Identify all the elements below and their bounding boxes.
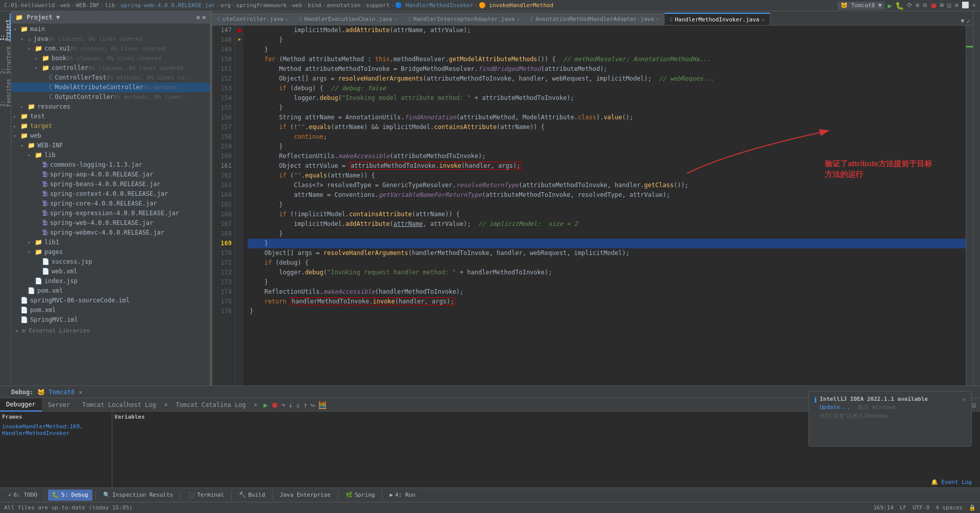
debug-tomcat8-tab[interactable]: 🐱 Tomcat8 bbox=[33, 389, 79, 396]
breadcrumb-item[interactable]: web bbox=[60, 2, 70, 9]
todo-btn[interactable]: ✓ 6: TODO bbox=[4, 490, 41, 501]
tree-item-spring-aop[interactable]: 🗜spring-aop-4.0.0.RELEASE.jar bbox=[11, 170, 210, 179]
tree-item-index-jsp[interactable]: 📄index.jsp bbox=[11, 276, 210, 286]
toolbar-icons[interactable]: ⟳ ⚙ ⊟ bbox=[907, 2, 927, 10]
debug-stepinto-icon[interactable]: ↓ bbox=[288, 401, 292, 409]
external-libraries-item[interactable]: ▸ ⊞ External Libraries bbox=[11, 325, 210, 337]
project-tool-btn[interactable]: 1: Project bbox=[1, 13, 11, 42]
debug-evaluate-icon[interactable]: 🧮 bbox=[318, 401, 327, 409]
tree-item-web[interactable]: ▾📁web bbox=[11, 131, 210, 141]
update-link[interactable]: Update... bbox=[820, 404, 850, 411]
debugger-tab[interactable]: Debugger bbox=[0, 398, 42, 412]
server-tab[interactable]: Server bbox=[42, 398, 76, 412]
project-cog-icon[interactable]: ⚙ bbox=[197, 14, 200, 21]
breadcrumb-item[interactable]: web bbox=[292, 2, 302, 9]
breadcrumb-item[interactable]: bind bbox=[308, 2, 322, 9]
event-log-btn[interactable]: 🔔 Event Log bbox=[931, 479, 972, 485]
spring-btn[interactable]: 🌿 Spring bbox=[341, 490, 379, 501]
code-editor[interactable]: 147 148 149 150 151 152 153 154 155 156 … bbox=[212, 25, 973, 386]
tree-item-spring-context[interactable]: 🗜spring-context-4.0.0.RELEASE.jar bbox=[11, 189, 210, 199]
tree-item-book[interactable]: ▸📁book 0% classes, 0% lines covered bbox=[11, 54, 210, 63]
notification-watermark: 转到"设置"以激活 Windows。 bbox=[820, 412, 928, 420]
breadcrumb-item[interactable]: 🟠 invokeHandlerMethod bbox=[479, 2, 553, 9]
breadcrumb-item[interactable]: springframework bbox=[236, 2, 287, 9]
debug-runtoursor-icon[interactable]: ↪ bbox=[310, 401, 314, 409]
close-btn-top[interactable]: ✕ bbox=[972, 2, 976, 10]
maximize-btn[interactable]: ⬜ bbox=[962, 2, 969, 10]
layout-icons[interactable]: ⊞ ◱ ≡ bbox=[940, 2, 959, 10]
run-btn-bottom[interactable]: ▶ 4: Run bbox=[385, 490, 419, 501]
structure-tool-btn[interactable]: 2: Structure bbox=[1, 46, 11, 74]
tomcat-catalina-tab[interactable]: Tomcat Catalina Log bbox=[169, 398, 252, 412]
breadcrumb-item[interactable]: WEB-INF bbox=[76, 2, 99, 9]
breadcrumb-item[interactable]: support bbox=[366, 2, 389, 9]
tab-label: uteController.java bbox=[223, 16, 283, 22]
tree-item-pom-root[interactable]: 📄pom.xml bbox=[11, 305, 210, 315]
tab-handlermethodinvoker[interactable]: C HandlerMethodInvoker.java ✕ bbox=[665, 13, 770, 25]
tab-close-icon[interactable]: ✕ bbox=[395, 16, 398, 22]
favorites-tool-btn[interactable]: 2: Favorites bbox=[1, 79, 11, 107]
tree-item-controller[interactable]: ▾📁controller 0% classes, 0% lines covere… bbox=[11, 63, 210, 73]
run-config-selector[interactable]: 🐱 Tomcat8 ▼ bbox=[838, 2, 885, 10]
tree-item-comxu1[interactable]: ▾📁com.xu1 0% classes, 0% lines covered bbox=[11, 44, 210, 54]
inspection-results-btn[interactable]: 🔍 Inspection Results bbox=[99, 490, 177, 501]
run-btn[interactable]: ▶ bbox=[888, 2, 892, 10]
tab-annotationmethodhandleradapter[interactable]: C AnnotationMethodHandlerAdapter.java ✕ bbox=[525, 13, 665, 25]
tree-item-java[interactable]: ▾☕java 0% classes, 0% lines covered bbox=[11, 34, 210, 44]
tree-item-springmvc-iml2[interactable]: 📄SpringMVC.iml bbox=[11, 315, 210, 325]
debug-restore-icon[interactable]: ◱ bbox=[972, 401, 976, 408]
debug-forceinto-icon[interactable]: ⇓ bbox=[296, 401, 300, 409]
tree-item-target[interactable]: ▸📁target bbox=[11, 121, 210, 131]
tree-item-spring-expression[interactable]: 🗜spring-expression-4.0.0.RELEASE.jar bbox=[11, 209, 210, 218]
tree-item-lib[interactable]: ▾📁lib bbox=[11, 150, 210, 160]
tree-item-pages[interactable]: ▾📁pages bbox=[11, 247, 210, 257]
tomcat-localhost-tab[interactable]: Tomcat Localhost Log bbox=[76, 398, 162, 412]
java-enterprise-btn[interactable]: Java Enterprise bbox=[276, 490, 334, 501]
tree-item-webinf[interactable]: ▾📁WEB-INF bbox=[11, 141, 210, 150]
frame-item[interactable]: invokeHandlerMethod:169, HandlerMethodIn… bbox=[2, 422, 110, 438]
tabs-overflow-btn[interactable]: ▼ bbox=[959, 17, 966, 24]
tab-close-icon[interactable]: ✕ bbox=[517, 16, 520, 22]
project-collapse-icon[interactable]: ≡ bbox=[202, 14, 206, 21]
tree-item-modelattributecontroller[interactable]: CModelAttributeController 0% methods... bbox=[11, 83, 210, 92]
tree-item-spring-webmvc[interactable]: 🗜spring-webmvc-4.0.0.RELEASE.jar bbox=[11, 228, 210, 238]
tree-item-spring-core[interactable]: 🗜spring-core-4.0.0.RELEASE.jar bbox=[11, 199, 210, 209]
breadcrumb-item[interactable]: C-01-helloworld bbox=[4, 2, 55, 9]
tree-item-resources[interactable]: ▸📁resources bbox=[11, 102, 210, 112]
tree-item-spring-beans[interactable]: 🗜spring-beans-4.0.0.RELEASE.jar bbox=[11, 179, 210, 189]
tree-item-commons-logging[interactable]: 🗜commons-logging-1.1.3.jar bbox=[11, 160, 210, 170]
tree-item-main[interactable]: ▾📁main bbox=[11, 24, 210, 34]
tab-utecontroller[interactable]: C uteController.java ✕ bbox=[212, 13, 294, 25]
debug-stop-icon[interactable]: ⏹ bbox=[271, 401, 278, 409]
code-content[interactable]: implicitModel.addAttribute(attrName, att… bbox=[243, 25, 966, 386]
debug-close-btn[interactable]: ✕ bbox=[79, 389, 82, 396]
breadcrumb-item[interactable]: org bbox=[220, 2, 231, 9]
tree-item-spring-web[interactable]: 🗜spring-web-4.0.0.RELEASE.jar bbox=[11, 218, 210, 228]
tree-item-pom-web[interactable]: 📄pom.xml bbox=[11, 286, 210, 296]
tab-close-icon[interactable]: ✕ bbox=[762, 17, 765, 22]
tree-item-springmvc-iml[interactable]: 📄springMVC-06-sourceCode.iml bbox=[11, 296, 210, 305]
stop-btn[interactable]: ⏹ bbox=[930, 2, 937, 10]
tree-item-lib1[interactable]: ▾📁lib1 bbox=[11, 238, 210, 247]
debug-stepover-icon[interactable]: ↷ bbox=[281, 401, 285, 409]
tab-close-icon[interactable]: ✕ bbox=[285, 16, 288, 22]
debug-mode-btn[interactable]: 🐛 5: Debug bbox=[48, 490, 92, 501]
tree-item-controllertest[interactable]: CControllerTest 0% methods, 0% lines co.… bbox=[11, 73, 210, 83]
tree-item-web-xml[interactable]: 📄web.xml bbox=[11, 267, 210, 276]
tab-handlerinterceptoradapter[interactable]: C HandlerInterceptorAdapter.java ✕ bbox=[403, 13, 526, 25]
breadcrumb-item[interactable]: spring-web-4.0.0.RELEASE.jar bbox=[120, 2, 215, 9]
debug-resume-icon[interactable]: ▶ bbox=[263, 401, 267, 409]
breadcrumb-item[interactable]: lib bbox=[105, 2, 115, 9]
tree-item-success-jsp[interactable]: 📄success.jsp bbox=[11, 257, 210, 267]
tree-item-outputcontroller[interactable]: COutputController 0% methods, 0% lines..… bbox=[11, 92, 210, 102]
tab-close-icon[interactable]: ✕ bbox=[656, 16, 659, 22]
build-btn[interactable]: 🔨 Build bbox=[235, 490, 269, 501]
tree-item-test[interactable]: ▸📁test bbox=[11, 112, 210, 121]
tab-handlerexecutionchain[interactable]: C HandlerExecutionChain.java ✕ bbox=[294, 13, 403, 25]
breadcrumb-item[interactable]: 🔵 HandlerMethodInvoker bbox=[395, 2, 473, 9]
breadcrumb-item[interactable]: annotation bbox=[327, 2, 360, 9]
debug-stepout-icon[interactable]: ↑ bbox=[303, 401, 307, 409]
notification-close-icon[interactable]: ✕ bbox=[963, 396, 966, 403]
debug-btn[interactable]: 🐛 bbox=[895, 2, 904, 10]
terminal-btn[interactable]: ⬛ Terminal bbox=[184, 490, 228, 501]
